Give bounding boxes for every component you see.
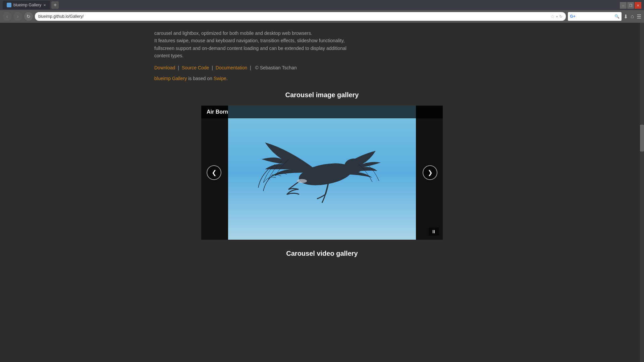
bookmarks-icon[interactable]: ☰ xyxy=(637,13,641,20)
address-bar[interactable]: blueimp.github.io/Gallery/ ☆ ▾ ↻ xyxy=(35,12,566,21)
carousel-slide-label: Air Born xyxy=(207,109,228,115)
back-button[interactable]: ‹ xyxy=(3,12,11,21)
carousel-main-image xyxy=(228,106,416,240)
separator3: | xyxy=(249,65,252,70)
carousel-prev-button[interactable]: ❮ xyxy=(207,165,221,180)
swipe-link[interactable]: Swipe xyxy=(214,76,226,81)
browser-titlebar: blueimp Gallery ✕ + xyxy=(0,0,644,10)
minimize-button[interactable]: – xyxy=(620,2,627,9)
window-controls: – ❐ ✕ xyxy=(620,2,641,9)
home-icon[interactable]: ⌂ xyxy=(631,13,634,19)
close-button[interactable]: ✕ xyxy=(635,2,641,9)
desc-line2: It features swipe, mouse and keyboard na… xyxy=(154,37,490,44)
download-icon[interactable]: ⬇ xyxy=(624,13,628,20)
carousel-image-container: Air Born xyxy=(201,106,443,240)
links-row: Download | Source Code | Documentation |… xyxy=(154,65,490,70)
blueimp-gallery-link[interactable]: blueimp Gallery xyxy=(154,76,187,81)
search-icon[interactable]: 🔍 xyxy=(614,14,620,19)
browser-toolbar: ‹ › ↻ blueimp.github.io/Gallery/ ☆ ▾ ↻ G… xyxy=(0,10,644,23)
browser-tab[interactable]: blueimp Gallery ✕ xyxy=(3,1,50,9)
carousel-image-area xyxy=(201,106,443,240)
carousel-slide-title-bar: Air Born xyxy=(201,106,443,118)
source-code-link[interactable]: Source Code xyxy=(182,65,209,70)
tab-close-icon[interactable]: ✕ xyxy=(43,3,46,7)
description-block: carousel and lightbox, optimized for bot… xyxy=(154,29,490,60)
dropdown-icon[interactable]: ▾ xyxy=(556,15,558,18)
svg-point-5 xyxy=(297,179,307,183)
prev-icon: ❮ xyxy=(212,169,217,176)
refresh-address-icon[interactable]: ↻ xyxy=(559,14,562,19)
separator1: | xyxy=(176,65,180,70)
page-content: carousel and lightbox, optimized for bot… xyxy=(141,23,503,271)
desc-line3: fullscreen support and on-demand content… xyxy=(154,45,490,52)
desc-line4: content types. xyxy=(154,52,490,59)
based-on-suffix: . xyxy=(226,76,228,81)
browser-right-toolbar: ⬇ ⌂ ☰ xyxy=(624,13,641,20)
carousel-video-title: Carousel video gallery xyxy=(154,250,490,257)
desc-line1: carousel and lightbox, optimized for bot… xyxy=(154,29,490,37)
scrollbar-thumb[interactable] xyxy=(640,125,644,152)
carousel-next-button[interactable]: ❯ xyxy=(423,165,437,180)
forward-button[interactable]: › xyxy=(13,12,22,21)
documentation-link[interactable]: Documentation xyxy=(216,65,247,70)
download-link[interactable]: Download xyxy=(154,65,175,70)
carousel-image-title: Carousel image gallery xyxy=(154,91,490,99)
eagle-svg xyxy=(255,122,389,223)
tab-title: blueimp Gallery xyxy=(13,3,41,7)
search-bar[interactable]: G+ 🔍 xyxy=(568,12,622,21)
separator2: | xyxy=(210,65,214,70)
scrollbar[interactable] xyxy=(640,23,644,271)
new-tab-button[interactable]: + xyxy=(51,1,59,9)
reload-button[interactable]: ↻ xyxy=(24,12,33,21)
carousel-pause-button[interactable]: ⏸ xyxy=(429,228,439,236)
based-on-row: blueimp Gallery is based on Swipe. xyxy=(154,76,490,81)
tab-favicon xyxy=(7,3,11,7)
next-icon: ❯ xyxy=(428,169,433,176)
copyright-text: © Sebastian Tschan xyxy=(255,65,297,70)
search-provider-icon: G+ xyxy=(570,14,575,19)
restore-button[interactable]: ❐ xyxy=(627,2,634,9)
star-icon[interactable]: ☆ xyxy=(550,14,555,19)
based-on-text: is based on xyxy=(187,76,213,81)
address-text: blueimp.github.io/Gallery/ xyxy=(38,14,548,19)
address-bar-icons: ☆ ▾ ↻ xyxy=(550,14,562,19)
